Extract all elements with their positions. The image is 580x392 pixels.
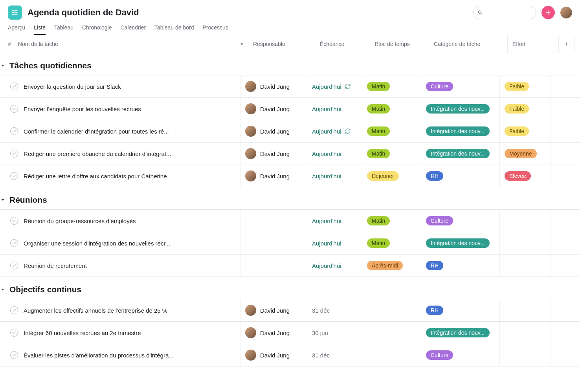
task-row[interactable]: Rédiger une lettre d'offre aux candidats… — [0, 165, 580, 187]
assignee-cell[interactable]: David Jung — [240, 344, 307, 366]
block-cell[interactable]: Matin — [362, 143, 421, 165]
effort-cell[interactable]: Moyenne — [500, 143, 551, 165]
assignee-cell[interactable]: David Jung — [240, 143, 307, 165]
category-cell[interactable]: RH — [421, 165, 500, 187]
assignee-cell[interactable]: David Jung — [240, 299, 307, 321]
due-date-cell[interactable]: Aujourd'hui — [307, 120, 362, 142]
tab-tableau[interactable]: Tableau — [54, 24, 73, 35]
block-cell[interactable]: Matin — [362, 75, 421, 97]
due-date-cell[interactable]: Aujourd'hui — [307, 232, 362, 254]
effort-cell[interactable] — [500, 322, 551, 344]
due-date-cell[interactable]: Aujourd'hui — [307, 210, 362, 232]
effort-cell[interactable] — [500, 299, 551, 321]
completion-checkbox[interactable] — [10, 82, 18, 90]
completion-checkbox[interactable] — [10, 239, 18, 247]
block-cell[interactable] — [362, 299, 421, 321]
due-date-cell[interactable]: Aujourd'hui — [307, 98, 362, 120]
completion-checkbox[interactable] — [10, 217, 18, 225]
effort-cell[interactable]: Faible — [500, 75, 551, 97]
completion-checkbox[interactable] — [10, 150, 18, 158]
due-date-cell[interactable]: Aujourd'hui — [307, 165, 362, 187]
block-cell[interactable]: Après-midi — [362, 255, 421, 277]
assignee-cell[interactable] — [240, 210, 307, 232]
category-cell[interactable]: Culture — [421, 210, 500, 232]
category-cell[interactable]: Culture — [421, 75, 500, 97]
add-button[interactable] — [541, 6, 555, 19]
block-cell[interactable]: Déjeuner — [362, 165, 421, 187]
task-row[interactable]: Envoyer l'enquête pour les nouvelles rec… — [0, 97, 580, 120]
category-cell[interactable]: Intégration des nouv... — [421, 322, 500, 344]
effort-cell[interactable]: Élevée — [500, 165, 551, 187]
column-due[interactable]: Échéance — [315, 35, 370, 53]
due-date-cell[interactable]: 30 jun — [307, 322, 362, 344]
assignee-cell[interactable]: David Jung — [240, 98, 307, 120]
assignee-cell[interactable]: David Jung — [240, 165, 307, 187]
assignee-cell[interactable] — [240, 232, 307, 254]
effort-cell[interactable] — [500, 210, 551, 232]
column-task-name[interactable]: # Nom de la tâche ▾ — [8, 35, 248, 53]
category-cell[interactable]: Culture — [421, 344, 500, 366]
assignee-cell[interactable]: David Jung — [240, 75, 307, 97]
section-header[interactable]: Objectifs continus — [0, 277, 580, 299]
effort-cell[interactable]: Faible — [500, 120, 551, 142]
tab-calendrier[interactable]: Calendrier — [120, 24, 146, 35]
effort-cell[interactable] — [500, 344, 551, 366]
due-date-cell[interactable]: 31 déc — [307, 344, 362, 366]
category-cell[interactable]: RH — [421, 299, 500, 321]
completion-checkbox[interactable] — [10, 351, 18, 359]
chevron-down-icon[interactable]: ▾ — [240, 41, 243, 47]
completion-checkbox[interactable] — [10, 262, 18, 269]
column-block[interactable]: Bloc de temps — [370, 35, 429, 53]
add-column-button[interactable] — [559, 35, 574, 53]
task-row[interactable]: Confirmer le calendrier d'intégration po… — [0, 120, 580, 142]
due-date-cell[interactable]: 31 déc — [307, 299, 362, 321]
task-row[interactable]: Intégrer 60 nouvelles recrues au 2e trim… — [0, 321, 580, 344]
block-cell[interactable]: Matin — [362, 98, 421, 120]
category-cell[interactable]: RH — [421, 255, 500, 277]
column-assignee[interactable]: Responsable — [248, 35, 315, 53]
tab-aperçu[interactable]: Aperçu — [8, 24, 25, 35]
assignee-cell[interactable]: David Jung — [240, 322, 307, 344]
completion-checkbox[interactable] — [10, 127, 18, 135]
column-category[interactable]: Catégorie de tâche — [429, 35, 508, 53]
category-cell[interactable]: Intégration des nouv... — [421, 232, 500, 254]
tab-liste[interactable]: Liste — [34, 24, 46, 35]
completion-checkbox[interactable] — [10, 172, 18, 180]
column-effort[interactable]: Effort — [508, 35, 559, 53]
task-row[interactable]: Réunion du groupe-ressources d'employésA… — [0, 209, 580, 232]
task-name: Confirmer le calendrier d'intégration po… — [24, 128, 169, 135]
completion-checkbox[interactable] — [10, 306, 18, 314]
block-cell[interactable] — [362, 322, 421, 344]
task-row[interactable]: Réunion de recrutementAujourd'huiAprès-m… — [0, 254, 580, 277]
search-input[interactable] — [473, 6, 536, 19]
project-icon[interactable] — [8, 5, 22, 20]
task-row[interactable]: Envoyer la question du jour sur SlackDav… — [0, 75, 580, 97]
task-row[interactable]: Organiser une session d'intégration des … — [0, 232, 580, 254]
completion-checkbox[interactable] — [10, 105, 18, 113]
tab-tableau-de-bord[interactable]: Tableau de bord — [154, 24, 194, 35]
effort-cell[interactable] — [500, 255, 551, 277]
user-avatar[interactable] — [560, 7, 572, 18]
block-cell[interactable] — [362, 344, 421, 366]
section-header[interactable]: Tâches quotidiennes — [0, 53, 580, 75]
effort-cell[interactable]: Faible — [500, 98, 551, 120]
assignee-cell[interactable]: David Jung — [240, 120, 307, 142]
category-cell[interactable]: Intégration des nouv... — [421, 120, 500, 142]
block-cell[interactable]: Matin — [362, 232, 421, 254]
task-row[interactable]: Augmenter les effectifs annuels de l'ent… — [0, 299, 580, 321]
due-date-cell[interactable]: Aujourd'hui — [307, 143, 362, 165]
tab-processus[interactable]: Processus — [203, 24, 228, 35]
due-date-cell[interactable]: Aujourd'hui — [307, 255, 362, 277]
tab-chronologie[interactable]: Chronologie — [82, 24, 112, 35]
block-cell[interactable]: Matin — [362, 210, 421, 232]
assignee-cell[interactable] — [240, 255, 307, 277]
block-cell[interactable]: Matin — [362, 120, 421, 142]
category-cell[interactable]: Intégration des nouv... — [421, 143, 500, 165]
category-cell[interactable]: Intégration des nouv... — [421, 98, 500, 120]
task-row[interactable]: Évaluer les pistes d'amélioration du pro… — [0, 344, 580, 366]
section-header[interactable]: Réunions — [0, 187, 580, 209]
due-date-cell[interactable]: Aujourd'hui — [307, 75, 362, 97]
effort-cell[interactable] — [500, 232, 551, 254]
completion-checkbox[interactable] — [10, 329, 18, 337]
task-row[interactable]: Rédiger une première ébauche du calendri… — [0, 142, 580, 165]
